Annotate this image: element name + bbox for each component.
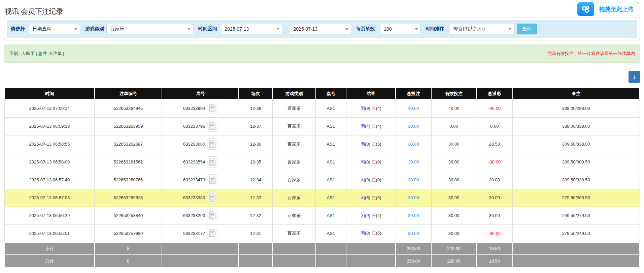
video-button[interactable] <box>207 192 217 203</box>
player-result-label: 闲 <box>361 106 365 111</box>
note-cell: 309.50/339.50 <box>513 171 640 189</box>
table-row: 2025-07-13 06:58:09522653261561633233554… <box>4 153 640 171</box>
player-score: 9 <box>365 106 370 111</box>
video-button[interactable] <box>207 139 217 150</box>
player-score: 9 <box>365 213 370 218</box>
footer-empty-table-cell <box>316 242 346 255</box>
chevron-down-icon <box>506 24 514 34</box>
total-bet-cell: 30.00 <box>396 135 431 153</box>
bet-no-cell: 522653262687 <box>95 135 162 153</box>
column-header: 场次 <box>239 88 272 99</box>
video-button[interactable] <box>207 121 217 132</box>
query-type-select[interactable]: 日期查询 <box>29 24 80 34</box>
result-cell: 闲6 庄3 <box>346 189 396 207</box>
game-category-cell: 百家乐 <box>272 153 315 171</box>
page-size-select[interactable]: 100 <box>380 24 420 34</box>
player-score: 8 <box>365 231 370 236</box>
player-result-label: 闲 <box>361 159 365 164</box>
banker-score: 9 <box>376 159 381 164</box>
result-cell: 闲9 庄4 <box>346 207 396 224</box>
table-row: 2025-07-13 06:57:03522653259826633233380… <box>4 189 640 207</box>
banker-result-label: 庄 <box>372 106 376 111</box>
payout-cell: 30.00 <box>476 189 513 207</box>
cloud-share-icon <box>578 2 594 16</box>
result-cell: 闲0 庄9 <box>346 153 396 171</box>
grand-total-row: 总计8250.00220.0018.50 <box>4 255 640 267</box>
total-bet-link[interactable]: 30.00 <box>408 142 419 147</box>
session-cell: 12-37 <box>239 117 272 135</box>
table-row: 2025-07-13 07:00:14522653264945633233894… <box>4 99 640 117</box>
table-no-cell: AS1 <box>316 135 346 153</box>
session-cell: 12-31 <box>239 224 272 242</box>
valid-bet-cell: 40.00 <box>431 99 476 117</box>
round-no-cell: 633233894 <box>162 99 239 117</box>
payout-cell: 30.00 <box>476 207 513 224</box>
date-range-separator: ~ <box>284 26 287 32</box>
player-result-label: 闲 <box>361 213 365 218</box>
round-no: 633233680 <box>183 142 205 147</box>
footer-count-cell: 8 <box>95 242 162 255</box>
note-cell: 249.50/279.50 <box>513 207 640 224</box>
upload-dropzone-button[interactable]: 拖拽至此上传 <box>577 2 639 16</box>
date-to-select[interactable]: 2025-07-13 <box>290 24 351 34</box>
banker-score: 5 <box>376 231 381 236</box>
footer-empty-round-cell <box>162 242 239 255</box>
game-category-select[interactable]: 百家乐 <box>106 24 193 34</box>
query-type-value: 日期查询 <box>29 26 72 32</box>
round-no-cell: 633233380 <box>162 189 239 207</box>
valid-bet-cell: 30.00 <box>431 135 476 153</box>
valid-bet-cell: 30.00 <box>431 189 476 207</box>
time-cell: 2025-07-13 06:57:03 <box>4 189 95 207</box>
total-bet-link[interactable]: 30.00 <box>408 124 419 129</box>
result-cell: 闲8 庄5 <box>346 224 396 242</box>
table-row: 2025-07-13 06:55:51522653257680633233177… <box>4 224 640 242</box>
video-button[interactable] <box>207 174 217 185</box>
session-cell: 12-32 <box>239 207 272 224</box>
round-no-cell: 633233290 <box>162 207 239 224</box>
video-button[interactable] <box>207 103 217 114</box>
total-bet-link[interactable]: 30.00 <box>408 195 419 200</box>
table-no-cell: AS1 <box>316 171 346 189</box>
note-cell: 279.50/249.50 <box>513 224 640 242</box>
round-no-cell: 633233473 <box>162 171 239 189</box>
round-no: 633233554 <box>183 159 205 164</box>
total-bet-cell: 30.00 <box>396 171 431 189</box>
session-cell: 12-34 <box>239 171 272 189</box>
total-bet-link[interactable]: 30.00 <box>408 231 419 236</box>
total-bet-cell: 30.00 <box>396 207 431 224</box>
footer-empty-session-cell <box>239 242 272 255</box>
video-button[interactable] <box>207 156 217 168</box>
round-no: 633233894 <box>183 106 205 111</box>
page-1-button[interactable]: 1 <box>629 71 640 83</box>
valid-bet-cell: 30.00 <box>431 207 476 224</box>
session-cell: 12-35 <box>239 153 272 171</box>
total-bet-link[interactable]: 30.00 <box>408 213 419 218</box>
banker-score: 4 <box>376 213 381 218</box>
query-type-label: 请选择: <box>11 26 27 32</box>
total-bet-link[interactable]: 40.00 <box>408 106 419 111</box>
search-button[interactable]: 查询 <box>517 24 537 34</box>
chevron-down-icon <box>412 24 420 34</box>
footer-count-cell: 8 <box>95 255 162 267</box>
footer-empty-game-cell <box>272 255 315 267</box>
total-bet-link[interactable]: 30.00 <box>408 159 419 164</box>
date-from-select[interactable]: 2025-07-13 <box>221 24 282 34</box>
table-no-cell: AS1 <box>316 189 346 207</box>
note-cell: 338.00/298.00 <box>513 99 640 117</box>
time-sort-select[interactable]: 降冪(由大到小) <box>450 24 514 34</box>
footer-total-bet-cell: 250.00 <box>396 255 431 267</box>
total-bet-cell: 30.00 <box>396 153 431 171</box>
bet-no-cell: 522653261561 <box>95 153 162 171</box>
banker-score: 3 <box>376 195 381 200</box>
note-cell: 309.50/338.00 <box>513 135 640 153</box>
video-button[interactable] <box>207 228 217 239</box>
video-button[interactable] <box>207 210 217 221</box>
player-result-label: 闲 <box>361 142 365 147</box>
column-header: 注单编号 <box>95 88 162 99</box>
footer-valid-bet-cell: 220.00 <box>431 242 476 255</box>
banker-result-label: 庄 <box>372 142 376 147</box>
video-file-icon <box>208 104 216 113</box>
page-size-label: 每页笔数 : <box>356 26 378 32</box>
valid-bet-cell: 30.00 <box>431 171 476 189</box>
total-bet-link[interactable]: 30.00 <box>408 177 419 182</box>
